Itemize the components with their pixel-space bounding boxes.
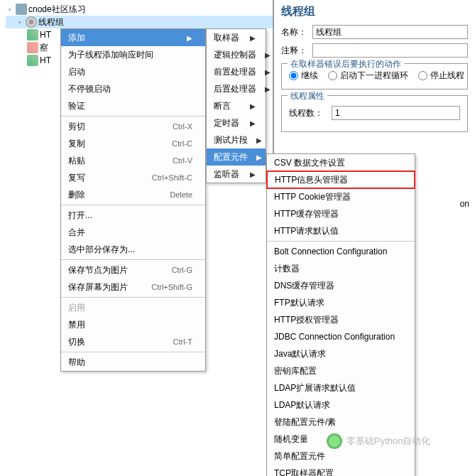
tree-node-threadgroup[interactable]: ◦ 线程组: [6, 16, 273, 28]
thread-count-row: 线程数：: [289, 106, 460, 120]
config-submenu-item[interactable]: Bolt Connection Configuration: [267, 243, 415, 260]
name-input[interactable]: [312, 25, 468, 39]
config-submenu-item[interactable]: TCP取样器配置: [267, 465, 415, 476]
context-menu-item[interactable]: 禁用: [61, 316, 205, 333]
submenu-arrow-icon: ▶: [241, 34, 256, 42]
submenu-arrow-icon: ▶: [256, 68, 271, 76]
context-menu[interactable]: 添加▶为子线程添加响应时间启动不停顿启动验证剪切Ctrl-X复制Ctrl-C粘贴…: [60, 28, 206, 372]
context-menu-item[interactable]: 选中部分保存为...: [61, 241, 205, 258]
config-submenu-item[interactable]: HTTP信息头管理器: [266, 171, 415, 189]
config-submenu-item[interactable]: HTTP缓存管理器: [267, 205, 415, 222]
context-menu-item[interactable]: 验证: [61, 97, 205, 114]
config-submenu-item[interactable]: HTTP Cookie管理器: [267, 188, 415, 205]
menu-item-label: 配置元件: [214, 151, 248, 163]
menu-item-label: 禁用: [68, 319, 85, 331]
menu-item-label: 剪切: [68, 121, 85, 133]
add-submenu-item[interactable]: 监听器▶: [207, 166, 266, 183]
thread-props-legend: 线程属性: [288, 90, 327, 102]
menu-item-label: TCP取样器配置: [274, 467, 334, 477]
config-submenu-item[interactable]: 密钥库配置: [267, 362, 415, 379]
context-menu-item[interactable]: 剪切Ctrl-X: [61, 118, 205, 135]
context-menu-item[interactable]: 复制Ctrl-C: [61, 135, 205, 152]
radio-next-loop[interactable]: 启动下一进程循环: [328, 70, 408, 82]
thread-count-input[interactable]: [332, 106, 460, 120]
config-submenu-item[interactable]: CSV 数据文件设置: [267, 154, 415, 171]
add-submenu[interactable]: 取样器▶逻辑控制器▶前置处理器▶后置处理器▶断言▶定时器▶测试片段▶配置元件▶监…: [206, 28, 266, 183]
add-submenu-item[interactable]: 测试片段▶: [207, 131, 266, 148]
radio-input[interactable]: [418, 71, 427, 80]
config-submenu-item[interactable]: 登陆配置元件/素: [267, 413, 415, 431]
comment-input[interactable]: [312, 43, 468, 58]
http-icon: [27, 29, 38, 40]
context-menu-item[interactable]: 保存节点为图片Ctrl-G: [61, 261, 205, 278]
menu-item-label: 帮助: [68, 357, 85, 369]
viewresults-icon: [27, 42, 38, 53]
tree-node-plan[interactable]: ◦ cnode社区练习: [6, 3, 273, 16]
context-menu-item[interactable]: 添加▶: [61, 29, 205, 46]
menu-item-label: 验证: [68, 100, 85, 112]
context-menu-item[interactable]: 删除Delete: [61, 186, 205, 203]
threadgroup-icon: [26, 16, 37, 28]
menu-item-label: Bolt Connection Configuration: [274, 247, 387, 256]
config-submenu-item[interactable]: LDAP扩展请求默认值: [267, 379, 415, 396]
comment-label: 注释：: [281, 45, 312, 57]
add-submenu-item[interactable]: 逻辑控制器▶: [207, 46, 266, 63]
config-submenu-item[interactable]: HTTP授权管理器: [267, 311, 415, 328]
menu-shortcut: Ctrl-V: [161, 156, 192, 165]
menu-item-label: 计数器: [274, 263, 300, 275]
tree-toggle-icon[interactable]: ◦: [6, 4, 14, 14]
add-submenu-item[interactable]: 取样器▶: [207, 29, 266, 46]
error-radio-group: 继续 启动下一进程循环 停止线程: [289, 70, 460, 82]
add-submenu-item[interactable]: 后置处理器▶: [207, 80, 266, 97]
menu-item-label: 后置处理器: [214, 83, 256, 95]
config-submenu-item[interactable]: LDAP默认请求: [267, 396, 415, 413]
menu-item-label: 保存屏幕为图片: [68, 281, 128, 293]
wechat-icon: [327, 433, 342, 449]
menu-item-label: 登陆配置元件/素: [274, 416, 336, 428]
add-submenu-item[interactable]: 配置元件▶: [207, 148, 266, 166]
tree-label: 察: [40, 42, 48, 54]
menu-item-label: HTTP请求默认值: [274, 225, 339, 237]
thread-props-fieldset: 线程属性 线程数：: [281, 95, 468, 132]
config-submenu-item[interactable]: FTP默认请求: [267, 294, 415, 311]
menu-item-label: 监听器: [214, 168, 239, 180]
menu-separator: [61, 297, 205, 298]
config-element-submenu[interactable]: CSV 数据文件设置HTTP信息头管理器HTTP Cookie管理器HTTP缓存…: [266, 153, 415, 476]
radio-input[interactable]: [289, 71, 298, 80]
context-menu-item[interactable]: 粘贴Ctrl-V: [61, 152, 205, 169]
tree-label: 线程组: [38, 16, 64, 28]
add-submenu-item[interactable]: 前置处理器▶: [207, 63, 266, 80]
error-legend: 在取样器错误后要执行的动作: [288, 58, 404, 70]
context-menu-item[interactable]: 帮助: [61, 354, 205, 371]
config-submenu-item[interactable]: DNS缓存管理器: [267, 277, 415, 294]
context-menu-item[interactable]: 合并: [61, 224, 205, 241]
config-submenu-item[interactable]: HTTP请求默认值: [267, 222, 415, 239]
tree-toggle-icon[interactable]: ◦: [16, 17, 24, 27]
context-menu-item[interactable]: 打开...: [61, 207, 205, 224]
menu-item-label: 合并: [68, 227, 85, 239]
config-submenu-item[interactable]: Java默认请求: [267, 345, 415, 362]
add-submenu-item[interactable]: 定时器▶: [207, 114, 266, 131]
context-menu-item[interactable]: 切换Ctrl-T: [61, 333, 205, 350]
testplan-icon: [16, 4, 27, 15]
context-menu-item[interactable]: 复写Ctrl+Shift-C: [61, 169, 205, 186]
context-menu-item[interactable]: 为子线程添加响应时间: [61, 46, 205, 63]
menu-item-label: DNS缓存管理器: [274, 280, 334, 292]
config-submenu-item[interactable]: 简单配置元件: [267, 448, 415, 465]
menu-item-label: 随机变量: [274, 433, 308, 445]
radio-input[interactable]: [328, 71, 337, 80]
watermark-text: 零基础Python自动化: [346, 435, 430, 448]
context-menu-item[interactable]: 保存屏幕为图片Ctrl+Shift-G: [61, 278, 205, 296]
menu-item-label: 密钥库配置: [274, 365, 317, 377]
config-submenu-item[interactable]: JDBC Connection Configuration: [267, 328, 415, 345]
submenu-arrow-icon: ▶: [256, 51, 271, 59]
context-menu-item[interactable]: 启动: [61, 63, 205, 80]
radio-continue[interactable]: 继续: [289, 70, 318, 82]
menu-separator: [61, 205, 205, 205]
watermark: 零基础Python自动化: [327, 433, 430, 449]
config-submenu-item[interactable]: 计数器: [267, 260, 415, 277]
context-menu-item[interactable]: 不停顿启动: [61, 80, 205, 97]
add-submenu-item[interactable]: 断言▶: [207, 97, 266, 114]
menu-item-label: LDAP默认请求: [274, 399, 330, 411]
radio-stop-thread[interactable]: 停止线程: [418, 70, 464, 82]
